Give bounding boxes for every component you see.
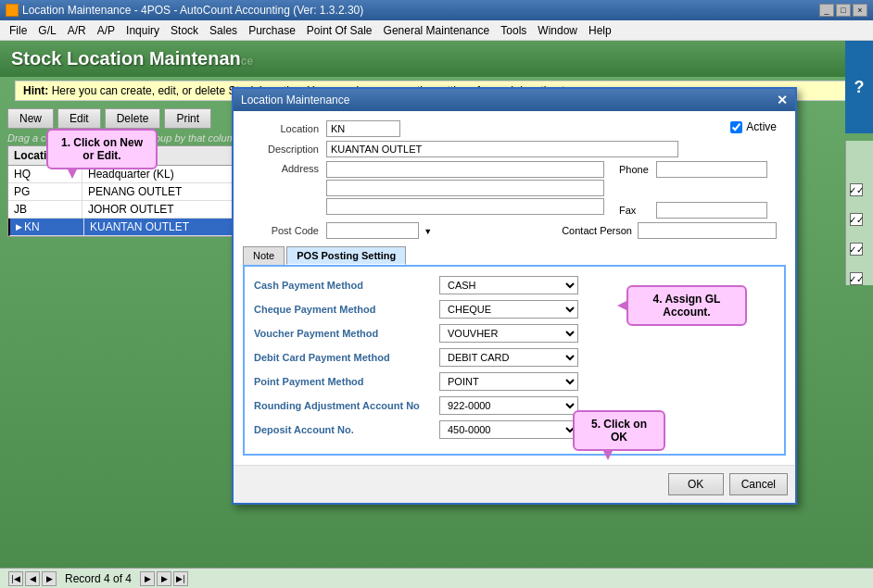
- location-input[interactable]: [326, 120, 400, 137]
- menu-inquiry[interactable]: Inquiry: [120, 22, 165, 39]
- last-record-btn[interactable]: ▶|: [173, 571, 188, 586]
- post-code-input[interactable]: [326, 222, 419, 239]
- pos-posting-tab-content: Cash Payment Method CASH Cheque Payment …: [243, 265, 786, 456]
- menu-sales[interactable]: Sales: [204, 22, 243, 39]
- cash-payment-row: Cash Payment Method CASH: [254, 276, 626, 294]
- dialog-title-text: Location Maintenance: [241, 94, 349, 106]
- callout-step5: 5. Click on OK: [573, 410, 665, 451]
- point-payment-select[interactable]: POINT: [439, 372, 578, 391]
- delete-button[interactable]: Delete: [105, 108, 161, 129]
- stock-header: Stock Location Maintenance: [0, 41, 873, 77]
- menu-ap[interactable]: A/P: [92, 22, 120, 39]
- deposit-account-row: Deposit Account No. 450-0000: [254, 420, 626, 439]
- menu-general-maintenance[interactable]: General Maintenance: [378, 22, 496, 39]
- close-btn[interactable]: ×: [853, 4, 867, 17]
- menu-file[interactable]: File: [4, 22, 32, 39]
- cheque-payment-row: Cheque Payment Method CHEQUE: [254, 300, 626, 319]
- prev-record-btn[interactable]: ▶: [42, 571, 57, 586]
- dialog-footer: 5. Click on OK OK Cancel: [234, 465, 795, 503]
- dialog-body: Location Active Description Address: [234, 111, 795, 465]
- prev-page-btn[interactable]: ◀: [25, 571, 40, 586]
- contact-person-input[interactable]: [638, 222, 777, 239]
- address-line1[interactable]: [326, 161, 604, 178]
- voucher-payment-select[interactable]: VOUVHER: [439, 324, 578, 343]
- checkbox-hq[interactable]: ✓: [850, 183, 863, 196]
- cash-payment-select[interactable]: CASH: [439, 276, 578, 294]
- checkbox-jb[interactable]: ✓: [850, 243, 863, 256]
- fax-label: Fax: [619, 205, 656, 216]
- print-button[interactable]: Print: [164, 108, 211, 129]
- post-code-label: Post Code: [243, 225, 326, 236]
- menu-window[interactable]: Window: [532, 22, 583, 39]
- app-icon: [6, 4, 19, 17]
- table-row-selected[interactable]: ▶ KN KUANTAN OUTLET: [8, 219, 247, 236]
- address-line3[interactable]: [326, 198, 604, 215]
- tab-pos-posting[interactable]: POS Posting Setting: [286, 246, 406, 265]
- deposit-account-select[interactable]: 450-0000: [439, 420, 578, 439]
- help-button[interactable]: ?: [854, 78, 865, 97]
- cancel-button[interactable]: Cancel: [729, 473, 788, 495]
- page-title: Stock Location Maintenance: [11, 48, 862, 69]
- phone-label: Phone: [619, 164, 656, 175]
- fax-input[interactable]: [656, 202, 767, 219]
- rounding-account-row: Rounding Adjustment Account No 922-0000: [254, 396, 626, 415]
- description-label: Description: [243, 144, 326, 155]
- next-page-btn[interactable]: ▶: [157, 571, 171, 586]
- active-checkbox[interactable]: [730, 121, 742, 133]
- table-row[interactable]: PG PENANG OUTLET: [8, 183, 247, 201]
- dialog-title-bar: Location Maintenance ✕: [234, 89, 795, 111]
- menu-ar[interactable]: A/R: [62, 22, 92, 39]
- rounding-account-select[interactable]: 922-0000: [439, 396, 578, 415]
- table-row[interactable]: JB JOHOR OUTLET: [8, 201, 247, 219]
- dialog-tabs: Note POS Posting Setting: [243, 246, 786, 265]
- location-label: Location: [243, 123, 326, 134]
- new-button[interactable]: New: [7, 108, 54, 129]
- active-label: Active: [746, 120, 777, 133]
- checkbox-pg[interactable]: ✓: [850, 213, 863, 226]
- dialog-close-button[interactable]: ✕: [777, 93, 788, 107]
- contact-person-label: Contact Person: [562, 225, 632, 236]
- menu-purchase[interactable]: Purchase: [243, 22, 301, 39]
- maximize-btn[interactable]: □: [836, 4, 851, 17]
- main-content: Stock Location Maintenance Hint: Here yo…: [0, 41, 873, 588]
- status-bar: |◀ ◀ ▶ Record 4 of 4 ▶ ▶ ▶|: [0, 568, 873, 588]
- menu-help[interactable]: Help: [583, 22, 617, 39]
- voucher-payment-row: Voucher Payment Method VOUVHER: [254, 324, 626, 343]
- cheque-payment-select[interactable]: CHEQUE: [439, 300, 578, 319]
- checkbox-kn[interactable]: ✓: [850, 272, 863, 285]
- menu-tools[interactable]: Tools: [495, 22, 532, 39]
- location-maintenance-dialog: Location Maintenance ✕ Location Active D…: [232, 87, 797, 505]
- next-record-btn[interactable]: ▶: [140, 571, 155, 586]
- ok-button[interactable]: OK: [668, 473, 724, 495]
- phone-input[interactable]: [656, 161, 767, 178]
- app-title: Location Maintenance - 4POS - AutoCount …: [22, 4, 363, 17]
- record-info: Record 4 of 4: [65, 572, 132, 585]
- menu-bar: File G/L A/R A/P Inquiry Stock Sales Pur…: [0, 20, 873, 41]
- minimize-btn[interactable]: _: [819, 4, 834, 17]
- title-bar: Location Maintenance - 4POS - AutoCount …: [0, 0, 873, 20]
- point-payment-row: Point Payment Method POINT: [254, 372, 626, 391]
- edit-button[interactable]: Edit: [57, 108, 101, 129]
- callout-step1: 1. Click on New or Edit.: [46, 129, 158, 169]
- first-record-btn[interactable]: |◀: [8, 571, 23, 586]
- callout-step4: 4. Assign GL Account.: [626, 285, 747, 326]
- tab-note[interactable]: Note: [243, 246, 285, 265]
- debit-card-payment-row: Debit Card Payment Method DEBIT CARD: [254, 348, 626, 367]
- menu-pos[interactable]: Point Of Sale: [301, 22, 378, 39]
- menu-gl[interactable]: G/L: [32, 22, 61, 39]
- menu-stock[interactable]: Stock: [165, 22, 204, 39]
- address-label: Address: [243, 161, 326, 174]
- description-input[interactable]: [326, 141, 678, 157]
- address-line2[interactable]: [326, 180, 604, 196]
- debit-card-payment-select[interactable]: DEBIT CARD: [439, 348, 578, 367]
